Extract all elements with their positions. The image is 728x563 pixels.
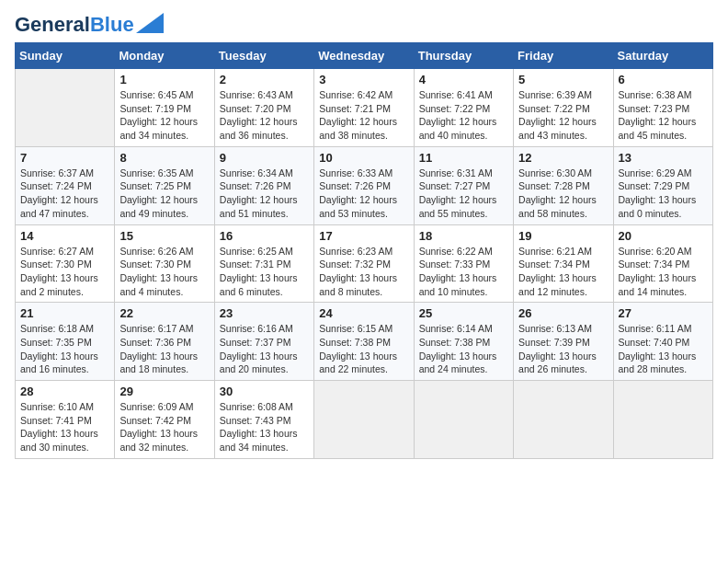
day-info: Sunrise: 6:18 AMSunset: 7:35 PMDaylight:… bbox=[20, 322, 109, 376]
calendar-cell: 9Sunrise: 6:34 AMSunset: 7:26 PMDaylight… bbox=[214, 146, 313, 224]
day-number: 22 bbox=[119, 306, 209, 320]
day-info: Sunrise: 6:09 AMSunset: 7:42 PMDaylight:… bbox=[119, 400, 209, 454]
weekday-header-row: SundayMondayTuesdayWednesdayThursdayFrid… bbox=[16, 43, 713, 69]
calendar-cell: 28Sunrise: 6:10 AMSunset: 7:41 PMDayligh… bbox=[16, 381, 115, 459]
day-info: Sunrise: 6:11 AMSunset: 7:40 PMDaylight:… bbox=[619, 322, 708, 376]
weekday-header-thursday: Thursday bbox=[414, 43, 513, 69]
day-number: 10 bbox=[319, 151, 408, 165]
day-info: Sunrise: 6:21 AMSunset: 7:34 PMDaylight:… bbox=[518, 245, 608, 299]
calendar-table: SundayMondayTuesdayWednesdayThursdayFrid… bbox=[15, 42, 713, 459]
calendar-cell: 6Sunrise: 6:38 AMSunset: 7:23 PMDaylight… bbox=[613, 69, 712, 147]
day-info: Sunrise: 6:17 AMSunset: 7:36 PMDaylight:… bbox=[119, 322, 209, 376]
day-info: Sunrise: 6:37 AMSunset: 7:24 PMDaylight:… bbox=[20, 167, 109, 221]
calendar-cell: 10Sunrise: 6:33 AMSunset: 7:26 PMDayligh… bbox=[314, 146, 414, 224]
weekday-header-wednesday: Wednesday bbox=[314, 43, 414, 69]
day-number: 4 bbox=[419, 73, 508, 86]
weekday-header-saturday: Saturday bbox=[613, 43, 712, 69]
day-number: 30 bbox=[220, 385, 309, 398]
day-number: 14 bbox=[20, 229, 109, 243]
weekday-header-friday: Friday bbox=[514, 43, 613, 69]
day-info: Sunrise: 6:22 AMSunset: 7:33 PMDaylight:… bbox=[419, 245, 508, 299]
calendar-cell: 27Sunrise: 6:11 AMSunset: 7:40 PMDayligh… bbox=[613, 303, 712, 381]
calendar-cell bbox=[16, 69, 115, 147]
day-info: Sunrise: 6:41 AMSunset: 7:22 PMDaylight:… bbox=[419, 88, 508, 143]
calendar-cell: 24Sunrise: 6:15 AMSunset: 7:38 PMDayligh… bbox=[314, 303, 414, 381]
calendar-cell: 14Sunrise: 6:27 AMSunset: 7:30 PMDayligh… bbox=[16, 224, 115, 303]
calendar-cell: 5Sunrise: 6:39 AMSunset: 7:22 PMDaylight… bbox=[514, 69, 613, 147]
day-number: 17 bbox=[319, 229, 408, 243]
calendar-cell: 8Sunrise: 6:35 AMSunset: 7:25 PMDaylight… bbox=[115, 146, 214, 224]
day-info: Sunrise: 6:25 AMSunset: 7:31 PMDaylight:… bbox=[220, 245, 309, 299]
day-info: Sunrise: 6:38 AMSunset: 7:23 PMDaylight:… bbox=[619, 88, 708, 143]
calendar-cell: 7Sunrise: 6:37 AMSunset: 7:24 PMDaylight… bbox=[16, 146, 115, 224]
calendar-cell: 29Sunrise: 6:09 AMSunset: 7:42 PMDayligh… bbox=[115, 381, 214, 459]
logo-text: GeneralBlue bbox=[15, 15, 134, 35]
weekday-header-sunday: Sunday bbox=[16, 43, 115, 69]
calendar-cell bbox=[414, 381, 513, 459]
day-number: 27 bbox=[619, 306, 708, 320]
calendar-cell: 1Sunrise: 6:45 AMSunset: 7:19 PMDaylight… bbox=[115, 69, 214, 147]
day-info: Sunrise: 6:45 AMSunset: 7:19 PMDaylight:… bbox=[119, 88, 209, 143]
calendar-cell: 25Sunrise: 6:14 AMSunset: 7:38 PMDayligh… bbox=[414, 303, 513, 381]
calendar-week-row: 1Sunrise: 6:45 AMSunset: 7:19 PMDaylight… bbox=[16, 69, 713, 147]
calendar-cell: 16Sunrise: 6:25 AMSunset: 7:31 PMDayligh… bbox=[214, 224, 313, 303]
day-info: Sunrise: 6:29 AMSunset: 7:29 PMDaylight:… bbox=[619, 167, 708, 221]
day-info: Sunrise: 6:13 AMSunset: 7:39 PMDaylight:… bbox=[518, 322, 608, 376]
day-info: Sunrise: 6:15 AMSunset: 7:38 PMDaylight:… bbox=[319, 322, 408, 376]
calendar-cell: 20Sunrise: 6:20 AMSunset: 7:34 PMDayligh… bbox=[613, 224, 712, 303]
day-number: 3 bbox=[319, 73, 408, 86]
day-number: 18 bbox=[419, 229, 508, 243]
day-number: 15 bbox=[119, 229, 209, 243]
day-number: 20 bbox=[619, 229, 708, 243]
calendar-cell: 11Sunrise: 6:31 AMSunset: 7:27 PMDayligh… bbox=[414, 146, 513, 224]
calendar-cell: 3Sunrise: 6:42 AMSunset: 7:21 PMDaylight… bbox=[314, 69, 414, 147]
day-number: 26 bbox=[518, 306, 608, 320]
calendar-cell: 15Sunrise: 6:26 AMSunset: 7:30 PMDayligh… bbox=[115, 224, 214, 303]
day-info: Sunrise: 6:10 AMSunset: 7:41 PMDaylight:… bbox=[20, 400, 109, 454]
calendar-cell: 12Sunrise: 6:30 AMSunset: 7:28 PMDayligh… bbox=[514, 146, 613, 224]
calendar-cell: 17Sunrise: 6:23 AMSunset: 7:32 PMDayligh… bbox=[314, 224, 414, 303]
calendar-cell: 26Sunrise: 6:13 AMSunset: 7:39 PMDayligh… bbox=[514, 303, 613, 381]
day-info: Sunrise: 6:35 AMSunset: 7:25 PMDaylight:… bbox=[119, 167, 209, 221]
calendar-cell: 13Sunrise: 6:29 AMSunset: 7:29 PMDayligh… bbox=[613, 146, 712, 224]
day-info: Sunrise: 6:20 AMSunset: 7:34 PMDaylight:… bbox=[619, 245, 708, 299]
day-number: 19 bbox=[518, 229, 608, 243]
calendar-week-row: 7Sunrise: 6:37 AMSunset: 7:24 PMDaylight… bbox=[16, 146, 713, 224]
day-info: Sunrise: 6:43 AMSunset: 7:20 PMDaylight:… bbox=[220, 88, 309, 143]
calendar-week-row: 14Sunrise: 6:27 AMSunset: 7:30 PMDayligh… bbox=[16, 224, 713, 303]
day-number: 8 bbox=[119, 151, 209, 165]
day-number: 7 bbox=[20, 151, 109, 165]
weekday-header-monday: Monday bbox=[115, 43, 214, 69]
logo: GeneralBlue bbox=[15, 15, 164, 35]
calendar-cell: 23Sunrise: 6:16 AMSunset: 7:37 PMDayligh… bbox=[214, 303, 313, 381]
day-info: Sunrise: 6:27 AMSunset: 7:30 PMDaylight:… bbox=[20, 245, 109, 299]
day-number: 23 bbox=[220, 306, 309, 320]
day-number: 5 bbox=[518, 73, 608, 86]
calendar-cell bbox=[613, 381, 712, 459]
logo-icon bbox=[136, 13, 164, 33]
day-info: Sunrise: 6:30 AMSunset: 7:28 PMDaylight:… bbox=[518, 167, 608, 221]
calendar-week-row: 28Sunrise: 6:10 AMSunset: 7:41 PMDayligh… bbox=[16, 381, 713, 459]
day-info: Sunrise: 6:14 AMSunset: 7:38 PMDaylight:… bbox=[419, 322, 508, 376]
calendar-cell bbox=[514, 381, 613, 459]
calendar-cell bbox=[314, 381, 414, 459]
calendar-cell: 18Sunrise: 6:22 AMSunset: 7:33 PMDayligh… bbox=[414, 224, 513, 303]
day-number: 21 bbox=[20, 306, 109, 320]
day-info: Sunrise: 6:33 AMSunset: 7:26 PMDaylight:… bbox=[319, 167, 408, 221]
day-number: 28 bbox=[20, 385, 109, 398]
day-info: Sunrise: 6:34 AMSunset: 7:26 PMDaylight:… bbox=[220, 167, 309, 221]
calendar-cell: 19Sunrise: 6:21 AMSunset: 7:34 PMDayligh… bbox=[514, 224, 613, 303]
day-number: 12 bbox=[518, 151, 608, 165]
day-info: Sunrise: 6:31 AMSunset: 7:27 PMDaylight:… bbox=[419, 167, 508, 221]
day-info: Sunrise: 6:26 AMSunset: 7:30 PMDaylight:… bbox=[119, 245, 209, 299]
calendar-cell: 22Sunrise: 6:17 AMSunset: 7:36 PMDayligh… bbox=[115, 303, 214, 381]
day-info: Sunrise: 6:23 AMSunset: 7:32 PMDaylight:… bbox=[319, 245, 408, 299]
calendar-cell: 2Sunrise: 6:43 AMSunset: 7:20 PMDaylight… bbox=[214, 69, 313, 147]
weekday-header-tuesday: Tuesday bbox=[214, 43, 313, 69]
day-number: 13 bbox=[619, 151, 708, 165]
day-number: 16 bbox=[220, 229, 309, 243]
calendar-cell: 21Sunrise: 6:18 AMSunset: 7:35 PMDayligh… bbox=[16, 303, 115, 381]
day-info: Sunrise: 6:16 AMSunset: 7:37 PMDaylight:… bbox=[220, 322, 309, 376]
page-header: GeneralBlue bbox=[15, 15, 713, 35]
day-info: Sunrise: 6:39 AMSunset: 7:22 PMDaylight:… bbox=[518, 88, 608, 143]
